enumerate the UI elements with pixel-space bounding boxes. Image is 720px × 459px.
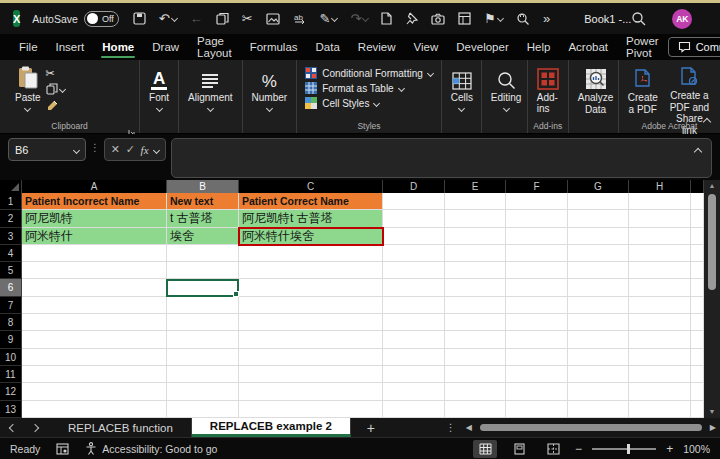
cell-F1[interactable] — [506, 193, 568, 210]
cell-H8[interactable] — [629, 314, 691, 331]
autosave-toggle[interactable]: Off — [84, 11, 119, 27]
column-header-C[interactable]: C — [239, 180, 383, 193]
prev-sheet-icon[interactable] — [9, 423, 17, 431]
cell-A6[interactable] — [22, 279, 167, 296]
cell-F13[interactable] — [506, 401, 568, 418]
page-layout-view-button[interactable] — [507, 440, 531, 458]
tab-page-layout[interactable]: Page Layout — [188, 34, 241, 60]
account-avatar[interactable]: AK — [672, 9, 692, 29]
cell-E9[interactable] — [445, 331, 506, 348]
cell-G4[interactable] — [568, 245, 629, 262]
cell-B10[interactable] — [167, 349, 239, 366]
scroll-down-icon[interactable]: ▼ — [709, 406, 716, 418]
cell-C4[interactable] — [239, 245, 383, 262]
page-break-view-button[interactable] — [541, 440, 565, 458]
column-header-B[interactable]: B — [167, 180, 239, 193]
cell-H4[interactable] — [629, 245, 691, 262]
cell-E10[interactable] — [445, 349, 506, 366]
row-header-5[interactable]: 5 — [0, 262, 22, 279]
cell-F7[interactable] — [506, 297, 568, 314]
ink-pen-icon[interactable]: ✎ — [320, 12, 338, 25]
row-header-6[interactable]: 6 — [0, 279, 22, 296]
cell-D2[interactable] — [383, 210, 445, 227]
number-button[interactable]: % Number — [247, 64, 293, 119]
cell-A7[interactable] — [22, 297, 167, 314]
row-header-4[interactable]: 4 — [0, 245, 22, 262]
zoom-out-button[interactable]: − — [575, 442, 582, 456]
search-icon[interactable] — [631, 11, 646, 26]
cell-D1[interactable] — [383, 193, 445, 210]
zoom-level[interactable]: 100% — [683, 443, 710, 455]
cell-B8[interactable] — [167, 314, 239, 331]
cell-B3[interactable]: 埃舍 — [167, 228, 239, 245]
cell-G6[interactable] — [568, 279, 629, 296]
new-file-icon[interactable] — [381, 12, 392, 25]
cell-C13[interactable] — [239, 401, 383, 418]
cell-E11[interactable] — [445, 366, 506, 383]
zoom-slider-thumb[interactable] — [627, 444, 630, 454]
cell-G2[interactable] — [568, 210, 629, 227]
cell-C11[interactable] — [239, 366, 383, 383]
cell-H13[interactable] — [629, 401, 691, 418]
cell-H7[interactable] — [629, 297, 691, 314]
horizontal-scrollbar[interactable] — [480, 424, 702, 432]
cell-A4[interactable] — [22, 245, 167, 262]
cell-C1[interactable]: Patient Correct Name — [239, 193, 383, 210]
column-header-E[interactable]: E — [445, 180, 506, 193]
cell-G3[interactable] — [568, 228, 629, 245]
vertical-scrollbar[interactable]: ▲ ▼ — [704, 180, 720, 418]
cell-B13[interactable] — [167, 401, 239, 418]
cell-F11[interactable] — [506, 366, 568, 383]
more-options-icon[interactable]: ⋮ — [446, 422, 456, 433]
cell-E1[interactable] — [445, 193, 506, 210]
cell-A10[interactable] — [22, 349, 167, 366]
cell-G5[interactable] — [568, 262, 629, 279]
conditional-formatting-button[interactable]: Conditional Formatting — [305, 67, 433, 79]
scroll-up-icon[interactable]: ▲ — [709, 180, 716, 192]
sheet-tab-replaceb-function[interactable]: REPLACEB function — [50, 418, 192, 437]
row-header-8[interactable]: 8 — [0, 314, 22, 331]
column-header-H[interactable]: H — [629, 180, 691, 193]
cell-C12[interactable] — [239, 383, 383, 400]
cell-B7[interactable] — [167, 297, 239, 314]
cell-B4[interactable] — [167, 245, 239, 262]
normal-view-button[interactable] — [473, 440, 497, 458]
cell-F12[interactable] — [506, 383, 568, 400]
create-pdf-button[interactable]: Create a PDF — [623, 64, 663, 119]
comments-button[interactable]: Comments — [668, 37, 720, 57]
row-header-12[interactable]: 12 — [0, 383, 22, 400]
cell-H10[interactable] — [629, 349, 691, 366]
tab-insert[interactable]: Insert — [47, 34, 94, 60]
cell-B2[interactable]: t 古普塔 — [167, 210, 239, 227]
cell-A5[interactable] — [22, 262, 167, 279]
sheet-tab-replaceb-example-2[interactable]: REPLACEB example 2 — [192, 418, 351, 437]
cell-C3[interactable]: 阿米特什埃舍 — [239, 228, 383, 245]
cell-A11[interactable] — [22, 366, 167, 383]
alignment-button[interactable]: Alignment — [183, 64, 237, 119]
flag-macro-icon[interactable]: ⚑ — [484, 12, 503, 25]
document-title[interactable]: Book1 -... — [584, 13, 631, 25]
cell-B6[interactable] — [167, 279, 239, 296]
cell-D7[interactable] — [383, 297, 445, 314]
cell-D6[interactable] — [383, 279, 445, 296]
cell-H12[interactable] — [629, 383, 691, 400]
cell-C9[interactable] — [239, 331, 383, 348]
cells-button[interactable]: Cells — [446, 64, 478, 119]
minimize-button[interactable]: — — [712, 3, 720, 34]
cell-H2[interactable] — [629, 210, 691, 227]
paste-button[interactable]: Paste — [10, 64, 46, 119]
cell-A3[interactable]: 阿米特什 — [22, 228, 167, 245]
cell-E5[interactable] — [445, 262, 506, 279]
row-header-7[interactable]: 7 — [0, 297, 22, 314]
cell-A1[interactable]: Patient Incorrect Name — [22, 193, 167, 210]
cell-H9[interactable] — [629, 331, 691, 348]
cell-C6[interactable] — [239, 279, 383, 296]
cell-D9[interactable] — [383, 331, 445, 348]
drag-handle-icon[interactable]: ⋮ — [90, 142, 100, 153]
tab-developer[interactable]: Developer — [447, 34, 517, 60]
cell-D12[interactable] — [383, 383, 445, 400]
name-box[interactable]: B6 — [8, 138, 86, 161]
cell-B5[interactable] — [167, 262, 239, 279]
zoom-in-button[interactable]: + — [666, 442, 673, 456]
cell-G8[interactable] — [568, 314, 629, 331]
